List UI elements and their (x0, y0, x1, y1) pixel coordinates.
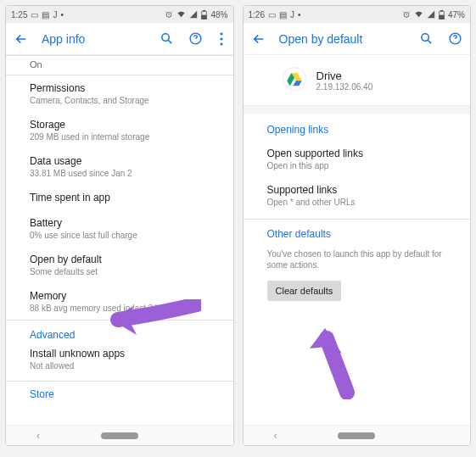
row-open-supported-links[interactable]: Open supported links Open in this app (244, 141, 471, 177)
signal-icon (189, 10, 198, 19)
phone-right-open-by-default: 1:26 ▭ ▤ J • 47% Open by default (243, 5, 472, 446)
phone-left-app-info: 1:25 ▭ ▤ J • 48% App info O (5, 5, 234, 446)
nav-back-icon[interactable]: ‹ (274, 430, 277, 442)
notif-dot-icon: • (60, 10, 64, 20)
svg-rect-11 (440, 10, 442, 11)
row-permissions[interactable]: Permissions Camera, Contacts, and Storag… (6, 75, 233, 112)
permissions-sub: Camera, Contacts, and Storage (30, 96, 220, 105)
app-bar: App info (6, 23, 233, 55)
notif-sms-icon: ▤ (42, 10, 49, 20)
page-title: App info (42, 32, 147, 46)
svg-rect-2 (204, 10, 205, 11)
settings-list: On Permissions Camera, Contacts, and Sto… (6, 55, 233, 425)
battery-percent: 47% (448, 10, 465, 20)
back-icon[interactable] (13, 31, 30, 47)
row-data-usage[interactable]: Data usage 33.81 MB used since Jan 2 (6, 148, 233, 185)
notif-dot-icon: • (298, 10, 301, 20)
open-supported-sub: Open in this app (267, 161, 457, 170)
permissions-label: Permissions (30, 82, 220, 94)
drive-app-icon (283, 67, 306, 93)
app-version: 2.19.132.06.40 (316, 82, 373, 92)
open-supported-label: Open supported links (267, 148, 457, 159)
supported-sub: Open * and other URLs (267, 198, 457, 207)
data-label: Data usage (30, 155, 220, 167)
battery-icon (439, 10, 445, 20)
row-memory[interactable]: Memory 88 kB avg memory used in last 3 h… (6, 283, 233, 320)
storage-sub: 209 MB used in internal storage (30, 132, 220, 142)
notif-letter-icon: J (290, 10, 294, 20)
data-sub: 33.81 MB used since Jan 2 (30, 169, 220, 178)
time-label: Time spent in app (30, 192, 220, 203)
svg-point-15 (283, 68, 305, 91)
svg-point-6 (220, 32, 222, 35)
storage-label: Storage (30, 119, 220, 131)
overflow-icon[interactable] (216, 31, 227, 47)
row-time-in-app[interactable]: Time spent in app (6, 185, 233, 210)
notif-chat-icon: ▭ (268, 10, 276, 20)
search-icon[interactable] (159, 31, 176, 47)
annotation-arrow-icon (298, 323, 374, 399)
page-title: Open by default (279, 32, 406, 46)
nav-home-pill[interactable] (101, 432, 138, 439)
row-on: On (6, 56, 233, 75)
help-icon[interactable] (188, 31, 204, 47)
status-time: 1:26 (249, 10, 265, 20)
battery-percent: 48% (210, 10, 227, 20)
opening-links-header: Opening links (244, 114, 471, 141)
svg-rect-3 (202, 15, 207, 19)
on-label: On (30, 59, 220, 70)
open-default-content: Drive 2.19.132.06.40 Opening links Open … (244, 55, 471, 425)
app-bar: Open by default (244, 23, 471, 55)
status-bar: 1:26 ▭ ▤ J • 47% (244, 6, 471, 23)
notif-sms-icon: ▤ (279, 10, 287, 20)
nav-back-icon[interactable]: ‹ (36, 430, 40, 442)
row-open-by-default[interactable]: Open by default Some defaults set (6, 247, 233, 283)
row-storage[interactable]: Storage 209 MB used in internal storage (6, 112, 233, 148)
svg-rect-12 (440, 15, 445, 19)
unknown-sub: Not allowed (30, 361, 220, 371)
clear-defaults-button[interactable]: Clear defaults (267, 281, 342, 301)
status-time: 1:25 (11, 10, 27, 20)
store-link[interactable]: Store (6, 382, 233, 405)
search-icon[interactable] (417, 31, 434, 47)
svg-point-7 (220, 37, 222, 40)
battery-sub: 0% use since last full charge (30, 231, 220, 240)
row-supported-links[interactable]: Supported links Open * and other URLs (244, 177, 471, 214)
app-name: Drive (316, 70, 373, 82)
wifi-icon (414, 10, 423, 19)
notif-chat-icon: ▭ (31, 10, 38, 20)
signal-icon (427, 10, 435, 19)
nav-home-pill[interactable] (338, 432, 375, 439)
svg-point-13 (421, 34, 428, 42)
notif-letter-icon: J (53, 10, 57, 20)
help-icon[interactable] (446, 31, 463, 47)
advanced-link[interactable]: Advanced (6, 320, 233, 346)
memory-label: Memory (30, 290, 220, 302)
supported-label: Supported links (267, 184, 457, 196)
nav-bar: ‹ (244, 425, 471, 445)
svg-point-8 (220, 42, 222, 45)
nav-bar: ‹ (6, 425, 233, 445)
battery-icon (201, 10, 207, 20)
alarm-icon (165, 10, 173, 19)
battery-label: Battery (30, 217, 220, 229)
wifi-icon (176, 10, 186, 19)
unknown-label: Install unknown apps (30, 348, 220, 359)
status-bar: 1:25 ▭ ▤ J • 48% (6, 6, 233, 23)
svg-point-4 (162, 34, 170, 42)
defaults-note: You've chosen to launch this app by defa… (244, 245, 471, 274)
open-default-label: Open by default (30, 254, 220, 265)
back-icon[interactable] (250, 31, 267, 47)
app-header: Drive 2.19.132.06.40 (244, 55, 471, 105)
row-battery[interactable]: Battery 0% use since last full charge (6, 210, 233, 247)
row-install-unknown[interactable]: Install unknown apps Not allowed (6, 346, 233, 377)
open-default-sub: Some defaults set (30, 267, 220, 276)
section-gap (244, 105, 471, 114)
other-defaults-header: Other defaults (244, 220, 471, 245)
alarm-icon (402, 10, 411, 19)
memory-sub: 88 kB avg memory used in last 3 hours (30, 304, 220, 313)
